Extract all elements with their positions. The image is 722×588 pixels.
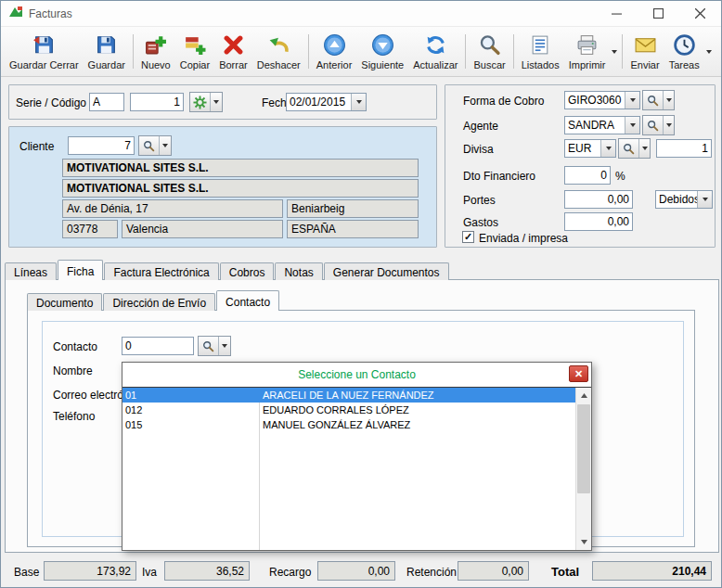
- contacto-input[interactable]: [122, 337, 194, 355]
- tab-generar-documentos[interactable]: Generar Documentos: [324, 262, 449, 280]
- chevron-down-icon: [612, 50, 617, 54]
- toolbar-copiar-button[interactable]: Copiar: [175, 29, 214, 74]
- tab-notas[interactable]: Notas: [275, 262, 322, 280]
- toolbar-actualizar-button[interactable]: Actualizar: [408, 29, 462, 74]
- maximize-button[interactable]: [638, 1, 679, 26]
- minimize-icon: [612, 8, 622, 19]
- cliente-label: Cliente: [19, 140, 54, 153]
- recargo-label: Recargo: [269, 566, 311, 579]
- chevron-down-icon: [697, 191, 712, 208]
- subtab-direccion-envio[interactable]: Dirección de Envío: [103, 293, 215, 311]
- toolbar-label: Enviar: [630, 59, 659, 70]
- enviada-checkbox[interactable]: ✓: [462, 231, 474, 243]
- contact-row[interactable]: 01 ARACELI DE LA NUEZ FERNÁNDEZ: [122, 388, 575, 403]
- gastos-input[interactable]: [564, 212, 633, 231]
- subtab-documento[interactable]: Documento: [27, 293, 102, 311]
- agente-value: SANDRA: [565, 117, 625, 134]
- app-icon: [8, 5, 23, 22]
- chevron-down-icon: [663, 91, 674, 109]
- toolbar-borrar-button[interactable]: Borrar: [214, 29, 252, 74]
- contact-name: EDUARDO CORRALES LÓPEZ: [259, 403, 575, 417]
- client-town-field: Beniarbeig: [287, 199, 419, 218]
- subtab-contacto[interactable]: Contacto: [216, 290, 279, 311]
- contacto-label: Contacto: [53, 340, 97, 353]
- toolbar-guardar-button[interactable]: Guardar: [84, 29, 130, 74]
- close-window-button[interactable]: [679, 1, 721, 26]
- imprimir-menu-arrow[interactable]: [610, 29, 619, 74]
- toolbar-nuevo-button[interactable]: Nuevo: [136, 29, 175, 74]
- divisa-combobox[interactable]: EUR: [564, 139, 616, 158]
- agente-combobox[interactable]: SANDRA: [564, 116, 640, 134]
- chevron-down-icon: [706, 50, 712, 54]
- send-icon: [634, 33, 657, 59]
- toolbar-buscar-button[interactable]: Buscar: [469, 29, 509, 74]
- toolbar-label: Guardar Cerrar: [9, 59, 79, 70]
- divisa-rate-input[interactable]: [656, 139, 712, 158]
- tareas-menu-arrow[interactable]: [704, 29, 714, 74]
- toolbar-listados-button[interactable]: Listados: [517, 29, 564, 74]
- forma-cobro-value: GIRO3060: [565, 92, 625, 109]
- scroll-up-button[interactable]: [576, 388, 591, 403]
- toolbar-guardar-cerrar-button[interactable]: Guardar Cerrar: [5, 29, 84, 74]
- tab-cobros[interactable]: Cobros: [220, 262, 275, 280]
- toolbar-separator: [513, 34, 514, 69]
- tab-lineas[interactable]: Líneas: [5, 262, 57, 280]
- search-icon: [619, 139, 638, 158]
- scrollbar-thumb[interactable]: [577, 404, 590, 493]
- serie-input[interactable]: [89, 93, 124, 111]
- base-field: 173,92: [44, 561, 136, 581]
- toolbar-siguiente-button[interactable]: Siguiente: [356, 29, 408, 74]
- agente-search-button[interactable]: [642, 115, 675, 135]
- refresh-icon: [424, 33, 447, 59]
- contacto-search-button[interactable]: [198, 336, 231, 356]
- retencion-field: 0,00: [458, 561, 529, 581]
- portes-tipo-combobox[interactable]: Debidos: [655, 190, 713, 209]
- divisa-search-button[interactable]: [618, 138, 651, 159]
- toolbar-deshacer-button[interactable]: Deshacer: [252, 29, 305, 74]
- toolbar-label: Borrar: [219, 59, 248, 70]
- titlebar: Facturas: [1, 1, 721, 27]
- toolbar-label: Copiar: [180, 59, 210, 70]
- check-icon: ✓: [464, 232, 472, 242]
- lists-icon: [529, 33, 552, 59]
- percent-label: %: [615, 170, 625, 183]
- chevron-down-icon: [638, 139, 650, 158]
- forma-cobro-combobox[interactable]: GIRO3060: [564, 91, 640, 109]
- dialog-close-button[interactable]: ✕: [569, 365, 588, 382]
- nombre-label: Nombre: [53, 364, 93, 377]
- close-icon: ✕: [574, 368, 583, 380]
- toolbar-anterior-button[interactable]: Anterior: [312, 29, 357, 74]
- portes-tipo-value: Debidos: [656, 191, 697, 208]
- telefono-label: Teléfono: [53, 410, 95, 423]
- tab-ficha[interactable]: Ficha: [58, 260, 103, 280]
- previous-icon: [323, 33, 346, 59]
- base-label: Base: [14, 566, 39, 579]
- toolbar-enviar-button[interactable]: Enviar: [625, 29, 664, 74]
- sub-tabstrip: Documento Dirección de Envío Contacto: [27, 291, 280, 311]
- toolbar-imprimir-button[interactable]: Imprimir: [564, 29, 611, 74]
- fecha-combobox[interactable]: 02/01/2015: [286, 93, 367, 111]
- contact-row[interactable]: 012 EDUARDO CORRALES LÓPEZ: [122, 403, 575, 417]
- contact-code: 01: [122, 388, 259, 403]
- main-tabstrip: Líneas Ficha Factura Electrónica Cobros …: [5, 261, 450, 280]
- chevron-down-icon: [218, 337, 229, 355]
- toolbar-label: Imprimir: [569, 59, 606, 70]
- dto-financiero-input[interactable]: [564, 166, 611, 185]
- iva-label: Iva: [142, 566, 157, 579]
- minimize-button[interactable]: [596, 1, 638, 26]
- serie-options-button[interactable]: [189, 92, 223, 112]
- cliente-search-button[interactable]: [138, 135, 172, 156]
- toolbar-label: Guardar: [88, 59, 125, 70]
- tab-factura-electronica[interactable]: Factura Electrónica: [104, 262, 218, 280]
- portes-input[interactable]: [564, 190, 633, 209]
- codigo-input[interactable]: [130, 93, 184, 111]
- cliente-code-input[interactable]: [68, 136, 135, 155]
- search-icon: [643, 91, 663, 109]
- forma-cobro-search-button[interactable]: [642, 90, 675, 110]
- contact-row[interactable]: 015 MANUEL GONZÁLEZ ÁLVAREZ: [122, 417, 575, 432]
- print-icon: [575, 33, 599, 59]
- toolbar-tareas-button[interactable]: Tareas: [664, 29, 704, 74]
- gastos-label: Gastos: [463, 216, 498, 229]
- scroll-down-button[interactable]: [576, 534, 591, 550]
- modal-scrollbar[interactable]: [575, 388, 591, 550]
